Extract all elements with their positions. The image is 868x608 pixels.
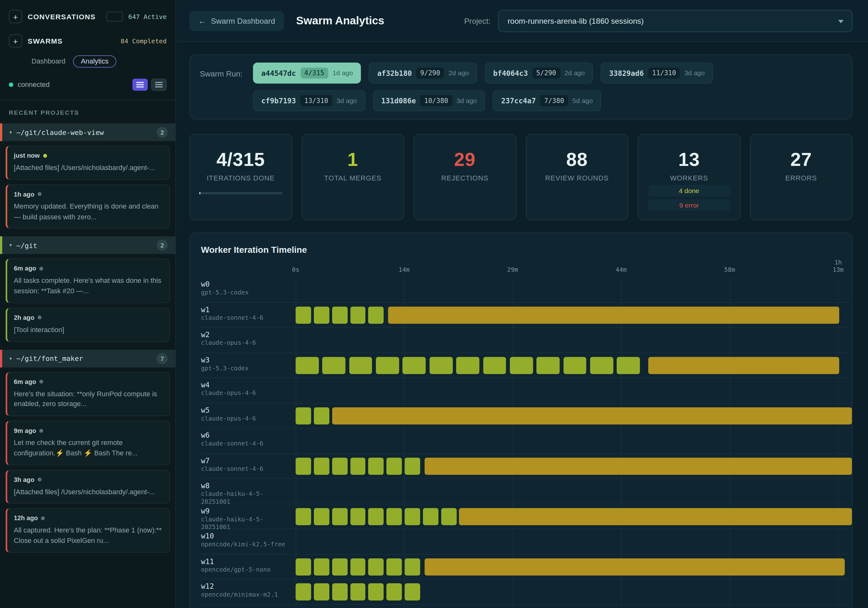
worker-label: w3gpt-5.3-codex bbox=[201, 353, 296, 377]
active-iteration-bar bbox=[425, 457, 852, 474]
back-to-dashboard-button[interactable]: ← Swarm Dashboard bbox=[189, 11, 284, 31]
worker-lane bbox=[296, 403, 852, 428]
conversation-preview: Let me check the current git remote conf… bbox=[14, 438, 163, 458]
run-chip-131d086e[interactable]: 131d086e10/3803d ago bbox=[373, 90, 485, 111]
view-toggle-compact[interactable] bbox=[151, 79, 167, 91]
axis-tick-label: 29m bbox=[502, 266, 523, 274]
project-group-header[interactable]: ▾~/git/claude-web-view2 bbox=[0, 124, 175, 141]
collapse-caret-icon: ▾ bbox=[9, 130, 12, 135]
run-id: cf9b7193 bbox=[261, 97, 296, 105]
run-chip-af32b180[interactable]: af32b1809/2902d ago bbox=[369, 63, 477, 84]
worker-model: claude-opus-4-6 bbox=[201, 390, 289, 398]
run-progress-badge: 9/290 bbox=[416, 68, 444, 79]
nav-analytics[interactable]: Analytics bbox=[73, 55, 116, 68]
iteration-block bbox=[368, 508, 384, 525]
iteration-block bbox=[405, 457, 420, 474]
worker-id: w12 bbox=[201, 582, 289, 590]
iteration-block bbox=[387, 457, 402, 474]
iteration-block bbox=[296, 457, 311, 474]
run-chip-a44547dc[interactable]: a44547dc4/3151d ago bbox=[253, 63, 361, 84]
iteration-block bbox=[376, 357, 399, 374]
run-age: 3d ago bbox=[456, 97, 477, 105]
worker-model: opencode/kimi-k2.5-free bbox=[201, 541, 289, 549]
conversation-card-header: 6m ago bbox=[14, 378, 163, 385]
iteration-block bbox=[296, 407, 311, 424]
timeline-row: w2claude-opus-4-6 bbox=[201, 328, 852, 353]
iteration-block bbox=[590, 357, 613, 374]
worker-label: w4claude-opus-4-6 bbox=[201, 378, 296, 402]
conversation-card[interactable]: 6m agoAll tasks complete. Here's what wa… bbox=[6, 258, 170, 303]
stat-label: WORKERS bbox=[670, 175, 708, 183]
stat-card: 88REVIEW ROUNDS bbox=[525, 134, 628, 220]
worker-lane bbox=[296, 554, 852, 579]
timeline-row: w4claude-opus-4-6 bbox=[201, 378, 852, 403]
worker-id: w4 bbox=[201, 381, 289, 389]
run-chip-bf4064c3[interactable]: bf4064c35/2902d ago bbox=[485, 63, 593, 84]
stats-row: 4/315ITERATIONS DONE1TOTAL MERGES29REJEC… bbox=[189, 134, 852, 220]
conversation-card[interactable]: 3h ago[Attached files] /Users/nicholasba… bbox=[6, 470, 170, 504]
connection-status: connected bbox=[9, 79, 167, 91]
timeline-title: Worker Iteration Timeline bbox=[190, 245, 852, 255]
worker-model: gpt-5.3-codex bbox=[201, 289, 289, 297]
conversation-preview: [Tool interaction] bbox=[14, 325, 163, 335]
run-progress-badge: 13/310 bbox=[300, 95, 332, 106]
conversations-filter-box[interactable] bbox=[106, 12, 123, 22]
axis-tick-label: 1h 13m bbox=[828, 259, 849, 274]
run-age: 3d ago bbox=[684, 69, 705, 77]
project-count-badge: 2 bbox=[157, 127, 168, 138]
stat-label: ITERATIONS DONE bbox=[207, 175, 275, 183]
run-progress-badge: 4/315 bbox=[300, 68, 328, 79]
run-progress-badge: 10/380 bbox=[420, 95, 452, 106]
main-content: ← Swarm Dashboard Swarm Analytics Projec… bbox=[176, 0, 868, 608]
conversation-preview: Memory updated. Everything is done and c… bbox=[14, 201, 163, 222]
conversation-card[interactable]: 1h agoMemory updated. Everything is done… bbox=[6, 184, 170, 229]
worker-label: w6claude-sonnet-4-6 bbox=[201, 428, 296, 453]
active-iteration-bar bbox=[459, 508, 852, 525]
stat-value: 27 bbox=[790, 150, 812, 169]
view-toggle-detailed[interactable] bbox=[132, 79, 148, 91]
iteration-block bbox=[332, 306, 347, 323]
sidebar-divider bbox=[0, 99, 175, 100]
conversation-card[interactable]: 12h agoAll captured. Here's the plan: **… bbox=[6, 508, 170, 553]
project-label: Project: bbox=[464, 16, 491, 25]
worker-id: w5 bbox=[201, 406, 289, 414]
new-conversation-button[interactable]: + bbox=[9, 10, 22, 23]
run-chip-33829ad6[interactable]: 33829ad611/3103d ago bbox=[601, 63, 713, 84]
run-id: 33829ad6 bbox=[609, 69, 644, 77]
run-progress-badge: 11/310 bbox=[648, 68, 680, 79]
iteration-block bbox=[510, 357, 533, 374]
conversation-card[interactable]: just now[Attached files] /Users/nicholas… bbox=[6, 146, 170, 180]
conversation-status-dot bbox=[40, 429, 43, 432]
worker-lane bbox=[296, 529, 852, 554]
conversation-time: 12h ago bbox=[14, 515, 38, 521]
run-progress-badge: 5/290 bbox=[532, 68, 560, 79]
timeline-rows: w0gpt-5.3-codexw1claude-sonnet-4-6w2clau… bbox=[201, 277, 852, 605]
iteration-block bbox=[350, 583, 366, 600]
iteration-block bbox=[387, 583, 402, 600]
recent-projects-label: RECENT PROJECTS bbox=[9, 109, 167, 116]
nav-dashboard[interactable]: Dashboard bbox=[32, 57, 65, 65]
project-group-header[interactable]: ▾~/git2 bbox=[0, 237, 175, 254]
worker-id: w11 bbox=[201, 557, 289, 565]
stat-label: ERRORS bbox=[786, 175, 817, 183]
project-group-header[interactable]: ▾~/git/font_maker7 bbox=[0, 350, 175, 367]
timeline-row: w8claude-haiku-4-5-20251001 bbox=[201, 479, 852, 504]
new-swarm-button[interactable]: + bbox=[9, 34, 22, 48]
stat-card: 29REJECTIONS bbox=[414, 134, 516, 220]
conversation-card[interactable]: 6m agoHere's the situation: **only RunPo… bbox=[6, 371, 170, 416]
analytics-header: ← Swarm Dashboard Swarm Analytics Projec… bbox=[176, 0, 868, 42]
iteration-block bbox=[563, 357, 586, 374]
timeline-row: w5claude-opus-4-6 bbox=[201, 403, 852, 429]
iteration-block bbox=[441, 508, 457, 525]
conversation-status-dot bbox=[41, 516, 45, 520]
run-chip-cf9b7193[interactable]: cf9b719313/3103d ago bbox=[253, 90, 365, 111]
conversation-card[interactable]: 2h ago[Tool interaction] bbox=[6, 308, 170, 342]
stat-card: 1TOTAL MERGES bbox=[302, 134, 404, 220]
worker-id: w6 bbox=[201, 431, 289, 439]
project-select[interactable]: room-runners-arena-lib (1860 sessions) bbox=[498, 10, 852, 32]
run-chip-237cc4a7[interactable]: 237cc4a77/3805d ago bbox=[493, 90, 601, 111]
worker-lane bbox=[296, 302, 852, 327]
iteration-block bbox=[314, 558, 329, 575]
conversation-card[interactable]: 9m agoLet me check the current git remot… bbox=[6, 421, 170, 465]
project-name: ~/git bbox=[16, 241, 37, 249]
